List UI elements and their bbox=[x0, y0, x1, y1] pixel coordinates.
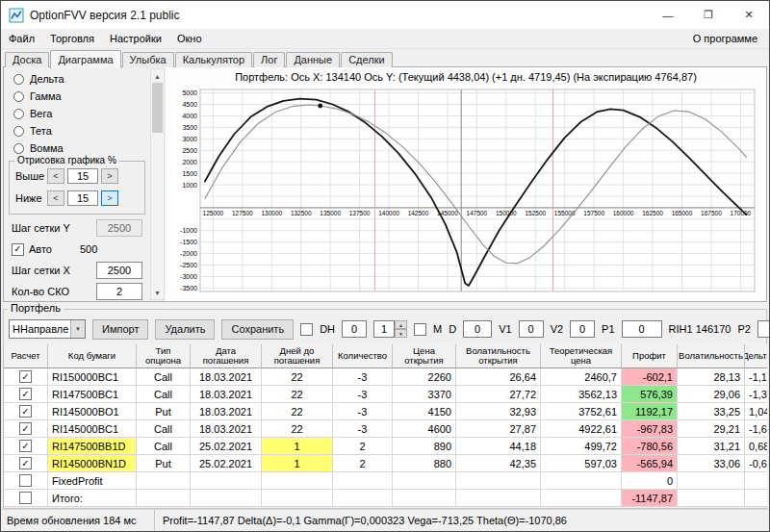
cell-type[interactable]: Call bbox=[137, 420, 191, 438]
cell-theo[interactable]: 499,72 bbox=[541, 438, 622, 455]
row-checkbox[interactable]: ✓ bbox=[19, 457, 32, 469]
cell-type[interactable] bbox=[137, 490, 191, 507]
import-button[interactable]: Импорт bbox=[92, 319, 148, 340]
cell-profit[interactable]: -1147,87 bbox=[622, 490, 678, 507]
cell-open_vol[interactable]: 32,93 bbox=[456, 403, 541, 420]
tab-data[interactable]: Данные bbox=[286, 52, 340, 67]
greek-option-delta[interactable]: Дельта bbox=[4, 70, 148, 88]
grid-x-input[interactable] bbox=[96, 262, 142, 279]
maximize-button[interactable]: ❐ bbox=[688, 1, 729, 29]
cell-vol[interactable] bbox=[678, 490, 745, 507]
cell-date[interactable]: 18.03.2021 bbox=[191, 403, 262, 420]
cell-theo[interactable]: 597,03 bbox=[541, 455, 622, 472]
cell-qty[interactable]: -3 bbox=[333, 403, 393, 420]
menu-trading[interactable]: Торговля bbox=[42, 30, 102, 47]
cell-theo[interactable]: 2460,7 bbox=[541, 368, 622, 386]
cell-vol[interactable] bbox=[678, 472, 745, 490]
cell-vol[interactable]: 31,21 bbox=[678, 438, 745, 455]
cell-delta[interactable] bbox=[745, 472, 767, 490]
d-input[interactable] bbox=[463, 320, 492, 338]
cell-type[interactable]: Call bbox=[137, 438, 191, 455]
cell-type[interactable]: Put bbox=[137, 403, 191, 420]
dh-checkbox[interactable] bbox=[300, 323, 313, 336]
cell-open[interactable]: 880 bbox=[393, 455, 456, 472]
spin-up-icon[interactable]: ▲ bbox=[395, 320, 407, 329]
v1-input[interactable] bbox=[519, 320, 544, 338]
row-checkbox[interactable]: ✓ bbox=[19, 388, 32, 400]
delete-button[interactable]: Удалить bbox=[155, 319, 215, 340]
cell-code[interactable]: RI150000BC1 bbox=[48, 368, 137, 386]
cell-qty[interactable] bbox=[333, 490, 393, 507]
cell-days[interactable]: 22 bbox=[262, 403, 333, 420]
cell-profit[interactable]: -602,1 bbox=[622, 368, 678, 386]
tab-log[interactable]: Лог bbox=[253, 52, 285, 67]
decrease-button[interactable]: < bbox=[47, 168, 64, 184]
m-checkbox[interactable] bbox=[414, 323, 426, 336]
step-input[interactable] bbox=[373, 320, 395, 338]
title-bar[interactable]: OptionFVV версия 2.1 public — ❐ ✕ bbox=[1, 1, 769, 29]
decrease-button[interactable]: < bbox=[47, 190, 64, 206]
cell-type[interactable]: Put bbox=[137, 455, 191, 472]
cell-code[interactable]: FixedProfit bbox=[48, 472, 137, 490]
menu-file[interactable]: Файл bbox=[1, 30, 42, 47]
cell-open[interactable] bbox=[393, 472, 456, 490]
row-checkbox[interactable] bbox=[19, 474, 32, 487]
cell-qty[interactable]: -3 bbox=[333, 386, 393, 403]
cell-delta[interactable]: 0,68 bbox=[745, 438, 767, 455]
cell-delta[interactable]: -0,62 bbox=[745, 455, 767, 472]
cell-qty[interactable] bbox=[333, 472, 393, 490]
increase-button[interactable]: > bbox=[101, 190, 118, 206]
cell-vol[interactable]: 33,25 bbox=[678, 403, 745, 420]
chevron-down-icon[interactable]: ▼ bbox=[70, 320, 85, 338]
cell-code[interactable]: RI145000BC1 bbox=[48, 420, 137, 438]
greek-option-gamma[interactable]: Гамма bbox=[4, 88, 148, 105]
cell-theo[interactable]: 4922,61 bbox=[541, 420, 622, 438]
cell-vol[interactable]: 29,06 bbox=[678, 386, 745, 403]
cell-vol[interactable]: 33,06 bbox=[678, 455, 745, 472]
cell-profit[interactable]: 576,39 bbox=[622, 386, 678, 403]
row-checkbox[interactable]: ✓ bbox=[19, 440, 32, 452]
row-checkbox[interactable] bbox=[19, 492, 32, 504]
close-button[interactable]: ✕ bbox=[729, 1, 769, 29]
auto-checkbox[interactable]: ✓ bbox=[12, 243, 24, 256]
menu-settings[interactable]: Настройки bbox=[102, 30, 169, 47]
increase-button[interactable]: > bbox=[101, 168, 118, 184]
v2-input[interactable] bbox=[570, 320, 595, 338]
cell-open_vol[interactable] bbox=[456, 490, 541, 507]
p1-input[interactable] bbox=[622, 320, 662, 338]
cell-date[interactable]: 18.03.2021 bbox=[191, 420, 262, 438]
greek-option-vega[interactable]: Вега bbox=[4, 105, 148, 122]
cell-profit[interactable]: 0 bbox=[622, 472, 678, 490]
dh-input[interactable] bbox=[342, 320, 367, 338]
cell-vol[interactable]: 29,21 bbox=[678, 420, 745, 438]
tab-diagram[interactable]: Диаграмма bbox=[50, 50, 120, 68]
draw-percent-value[interactable]: 15 bbox=[67, 190, 98, 206]
cell-days[interactable]: 22 bbox=[262, 420, 333, 438]
cell-profit[interactable]: 1192,17 bbox=[622, 403, 678, 420]
cell-code[interactable]: RI145000BO1 bbox=[48, 403, 137, 420]
p2-input[interactable] bbox=[757, 320, 770, 338]
cell-open[interactable]: 4600 bbox=[393, 420, 456, 438]
direction-combobox[interactable]: ННаправле ▼ bbox=[9, 319, 86, 339]
cell-delta[interactable]: -1,12 bbox=[745, 368, 767, 386]
cell-open_vol[interactable]: 26,64 bbox=[456, 368, 541, 386]
cell-qty[interactable]: 2 bbox=[333, 455, 393, 472]
cell-profit[interactable]: -780,56 bbox=[622, 438, 678, 455]
cell-date[interactable]: 18.03.2021 bbox=[191, 386, 262, 403]
menu-about[interactable]: О программе bbox=[693, 33, 769, 44]
cell-qty[interactable]: -3 bbox=[333, 368, 393, 386]
cell-theo[interactable] bbox=[541, 490, 622, 507]
cell-delta[interactable] bbox=[745, 490, 767, 507]
menu-window[interactable]: Окно bbox=[169, 30, 210, 47]
cell-type[interactable]: Call bbox=[137, 368, 191, 386]
cell-date[interactable] bbox=[191, 490, 262, 507]
cell-theo[interactable]: 3752,61 bbox=[541, 403, 622, 420]
cell-days[interactable]: 1 bbox=[262, 438, 333, 455]
cell-theo[interactable]: 3562,13 bbox=[541, 386, 622, 403]
row-checkbox[interactable]: ✓ bbox=[19, 422, 32, 435]
cell-code[interactable]: RI147500BB1D bbox=[48, 438, 137, 455]
cell-open[interactable]: 2260 bbox=[393, 368, 456, 386]
scroll-thumb[interactable] bbox=[152, 83, 163, 133]
cell-code[interactable]: RI147500BC1 bbox=[48, 386, 137, 403]
draw-percent-value[interactable]: 15 bbox=[67, 168, 98, 184]
